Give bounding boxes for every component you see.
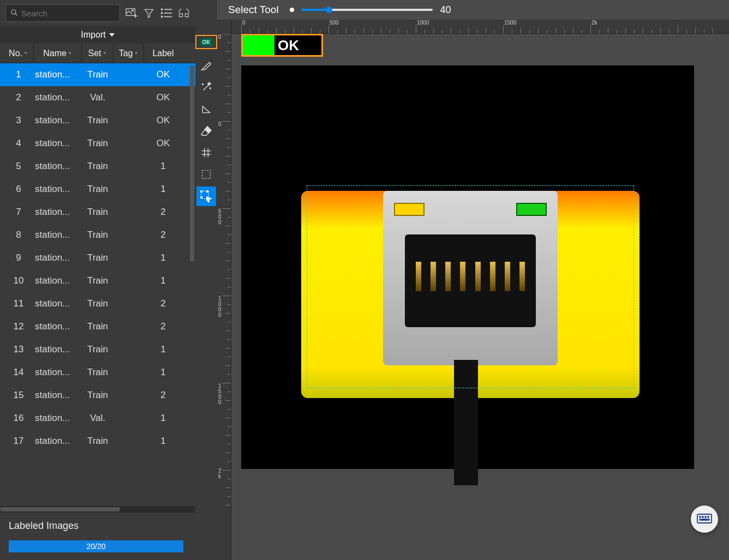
cell-set: Train (82, 230, 113, 240)
cell-label: 2 (144, 321, 182, 332)
cell-set: Train (82, 207, 113, 218)
table-row[interactable]: 6station...Train1 (0, 178, 195, 201)
search-toolbar (126, 7, 190, 19)
brush-tool[interactable] (196, 56, 216, 75)
cell-no: 14 (3, 367, 34, 378)
eraser-tool[interactable] (196, 121, 216, 141)
cell-set: Train (82, 390, 113, 401)
cell-name: station... (34, 252, 82, 263)
svg-marker-6 (145, 9, 153, 17)
horizontal-scrollbar[interactable] (0, 506, 195, 513)
table-row[interactable]: 12station...Train2 (0, 315, 195, 338)
table-row[interactable]: 14station...Train1 (0, 361, 195, 384)
cell-name: station... (34, 321, 82, 332)
svg-point-0 (11, 9, 16, 14)
table-row[interactable]: 1station...TrainOK (0, 63, 195, 86)
layout-icon[interactable] (178, 7, 190, 19)
cell-set: Train (82, 367, 113, 378)
th-no[interactable]: No.▼ (3, 44, 34, 63)
svg-point-37 (708, 519, 709, 520)
table-row[interactable]: 9station...Train1 (0, 246, 195, 269)
horizontal-ruler: 0500100015002k (231, 20, 729, 34)
cell-set: Train (82, 298, 113, 309)
svg-rect-24 (202, 171, 211, 179)
cell-set: Val. (82, 92, 113, 103)
table-body[interactable]: 1station...TrainOK2station...Val.OK3stat… (0, 63, 195, 506)
table-row[interactable]: 4station...TrainOK (0, 132, 195, 155)
th-set[interactable]: Set▼ (82, 44, 113, 63)
svg-point-33 (705, 516, 706, 517)
labeled-section: Labeled Images 20/20 (0, 513, 195, 560)
left-panel: Import No.▼ Name▼ Set▼ Tag▼ Label 1stati… (0, 0, 195, 560)
marquee-tool[interactable] (196, 165, 216, 184)
search-input[interactable] (21, 9, 115, 18)
cell-name: station... (34, 344, 82, 355)
canvas-area: Select Tool 40 0500100015002k 0050010001… (217, 0, 729, 560)
svg-rect-26 (201, 191, 202, 192)
svg-rect-13 (180, 14, 183, 17)
svg-line-16 (204, 85, 210, 91)
svg-rect-7 (161, 9, 163, 10)
selection-box[interactable] (307, 185, 634, 388)
svg-point-31 (700, 516, 701, 517)
filter-icon[interactable] (143, 7, 155, 19)
import-button[interactable]: Import (0, 26, 195, 44)
slider-thumb[interactable] (326, 7, 332, 13)
cell-no: 2 (3, 92, 34, 103)
table-row[interactable]: 2station...Val.OK (0, 86, 195, 109)
cell-name: station... (34, 413, 82, 424)
table-row[interactable]: 16station...Val.1 (0, 407, 195, 430)
svg-rect-8 (164, 9, 172, 10)
th-tag[interactable]: Tag▼ (113, 44, 144, 63)
svg-rect-28 (201, 197, 202, 198)
table-row[interactable]: 10station...Train1 (0, 269, 195, 292)
vertical-ruler: 00500100015002k (217, 34, 231, 560)
ok-class-badge[interactable]: OK (195, 35, 217, 49)
ruler-area: 0500100015002k 00500100015002k OK (217, 20, 729, 560)
cell-no: 13 (3, 344, 34, 355)
list-view-icon[interactable] (160, 7, 172, 19)
table-header: No.▼ Name▼ Set▼ Tag▼ Label (0, 44, 195, 63)
cell-label: 1 (144, 252, 182, 263)
table-row[interactable]: 7station...Train2 (0, 201, 195, 224)
cell-name: station... (34, 161, 82, 172)
table-row[interactable]: 13station...Train1 (0, 338, 195, 361)
svg-rect-11 (161, 16, 163, 17)
cell-label: 1 (144, 367, 182, 378)
svg-marker-15 (109, 33, 115, 37)
cell-set: Train (82, 436, 113, 447)
th-name[interactable]: Name▼ (34, 44, 82, 63)
chevron-down-icon (109, 32, 115, 38)
table-row[interactable]: 17station...Train1 (0, 430, 195, 453)
cell-label: OK (144, 115, 182, 126)
grid-tool[interactable] (196, 143, 216, 162)
cell-no: 3 (3, 115, 34, 126)
class-label-overlay[interactable]: OK (241, 34, 323, 57)
polygon-tool[interactable] (196, 99, 216, 119)
cell-label: OK (144, 92, 182, 103)
slider-track[interactable] (302, 9, 433, 11)
cell-no: 17 (3, 436, 34, 447)
cell-set: Train (82, 275, 113, 286)
cell-no: 8 (3, 230, 34, 240)
vertical-scrollbar[interactable] (190, 65, 194, 425)
search-icon (10, 9, 18, 18)
magic-wand-tool[interactable] (196, 77, 216, 97)
cell-name: station... (34, 298, 82, 309)
table-row[interactable]: 11station...Train2 (0, 292, 195, 315)
image-add-icon[interactable] (126, 7, 138, 19)
table-row[interactable]: 15station...Train2 (0, 384, 195, 407)
cell-label: 2 (144, 230, 182, 240)
table-row[interactable]: 5station...Train1 (0, 155, 195, 178)
th-label[interactable]: Label (144, 44, 182, 63)
search-input-wrapper[interactable] (5, 4, 120, 22)
keyboard-button[interactable] (691, 505, 718, 533)
brush-size-slider[interactable]: 40 (290, 4, 451, 16)
tool-strip: OK (195, 0, 217, 560)
image-preview[interactable] (241, 65, 694, 469)
table-row[interactable]: 3station...TrainOK (0, 109, 195, 132)
canvas-viewport[interactable]: OK (231, 34, 729, 560)
select-tool[interactable] (196, 186, 216, 206)
table-row[interactable]: 8station...Train2 (0, 224, 195, 246)
svg-point-3 (132, 10, 133, 11)
